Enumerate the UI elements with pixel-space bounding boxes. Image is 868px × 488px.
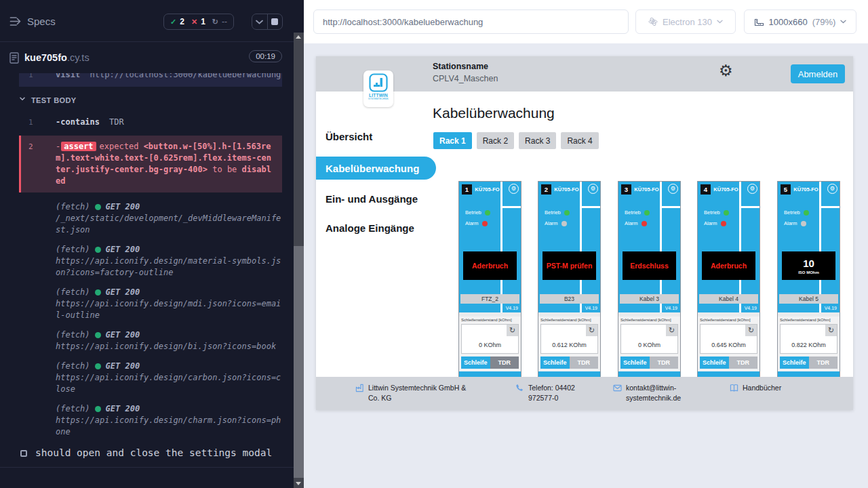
card-settings-gear-icon[interactable]: ⚙ (747, 184, 757, 194)
fetch-url: https://api.iconify.design/bi.json?icons… (56, 341, 282, 352)
tdr-button[interactable]: TDR (729, 357, 758, 369)
specs-label[interactable]: Specs (27, 16, 56, 27)
divider (739, 182, 741, 313)
card-settings-gear-icon[interactable]: ⚙ (509, 184, 519, 194)
resistance-value: 0.645 KOhm (701, 342, 757, 348)
schleife-button[interactable]: Schleife (540, 357, 570, 369)
visit-command-row[interactable]: 1visit http://localhost:3000/kabelueberw… (19, 73, 282, 87)
tab-rack-2[interactable]: Rack 2 (477, 132, 514, 149)
resistance-panel: Schleifenwiderstand [kOhm] ↻ 0.612 KOhm … (538, 317, 600, 371)
alarm-led-row: Alarm (784, 220, 806, 226)
stat-passed: ✓2 (170, 17, 184, 26)
status-display: 10 ISO MOhm (782, 251, 835, 280)
alarm-led (561, 221, 567, 226)
iso-value: 10 (803, 258, 814, 269)
resistance-label: Schleifenwiderstand [kOhm] (620, 318, 671, 322)
tdr-button[interactable]: TDR (570, 357, 599, 369)
schleife-button[interactable]: Schleife (780, 357, 809, 369)
card-settings-gear-icon[interactable]: ⚙ (588, 184, 598, 194)
fetch-url: /_next/static/development/_devMiddleware… (56, 213, 282, 236)
reporter-scrollbar[interactable] (294, 33, 304, 488)
resistance-panel: Schleifenwiderstand [kOhm] ↻ 0.645 KOhm … (698, 317, 760, 371)
logout-button[interactable]: Abmelden (791, 64, 845, 83)
dash: - (56, 142, 60, 151)
footer-company-text: Littwin Systemtechnik GmbH & Co. KG (368, 383, 472, 403)
status-text: Erdschluss (630, 262, 669, 270)
spec-file-row: kue705fo.cy.ts 00:19 (0, 52, 282, 72)
tdr-button[interactable]: TDR (490, 357, 519, 369)
resistance-panel: Schleifenwiderstand [kOhm] ↻ 0.822 KOhm … (778, 317, 840, 371)
schleife-button[interactable]: Schleife (620, 357, 650, 369)
schleife-button[interactable]: Schleife (700, 357, 729, 369)
refresh-icon[interactable]: ↻ (745, 325, 757, 336)
stage: http://localhost:3000/kabelueberwachung … (304, 0, 868, 488)
sidebar-item-ein-und-ausgaenge[interactable]: Ein- und Ausgänge (326, 193, 418, 205)
refresh-icon[interactable]: ↻ (586, 325, 597, 336)
specs-list-icon[interactable] (9, 16, 22, 26)
littwin-logo: LITTWIN SYSTEMTECHNIK (363, 70, 393, 107)
fetch-log-row: (fetch)GET 200 https://api.iconify.desig… (19, 244, 282, 279)
fetch-status: GET 200 (106, 244, 140, 256)
fetch-status: GET 200 (106, 329, 140, 341)
success-dot-icon (95, 289, 101, 296)
pending-count: -- (222, 17, 227, 26)
refresh-icon[interactable]: ↻ (507, 325, 518, 336)
tab-rack-1[interactable]: Rack 1 (433, 132, 472, 149)
divider (821, 206, 840, 208)
failed-count: 1 (201, 17, 205, 26)
device-card-3: 3 KÜ705-FO ⚙ Betrieb Alarm Erdschluss Ka… (618, 181, 681, 399)
tdr-button[interactable]: TDR (650, 357, 679, 369)
scroll-up-arrow-icon[interactable] (296, 35, 301, 39)
divider (580, 182, 582, 313)
viewport-select[interactable]: 1000x660 (79%) (744, 9, 856, 34)
contains-arg: TDR (109, 117, 124, 127)
url-input[interactable]: http://localhost:3000/kabelueberwachung (313, 9, 629, 34)
footer-manuals[interactable]: Handbücher (730, 383, 781, 393)
card-settings-gear-icon[interactable]: ⚙ (668, 184, 678, 194)
card-buttons: Schleife TDR (620, 357, 678, 369)
refresh-icon[interactable]: ↻ (666, 325, 677, 336)
card-buttons: Schleife TDR (540, 357, 598, 369)
spec-file-name[interactable]: kue705fo.cy.ts (24, 52, 90, 63)
failed-assert-row[interactable]: 2-assertexpected <button.w-[50%].h-[1.56… (19, 136, 282, 192)
status-text: Aderbruch (711, 262, 747, 270)
pending-test-icon (20, 450, 27, 457)
refresh-icon[interactable]: ↻ (825, 325, 837, 336)
scrollbar-thumb[interactable] (294, 246, 304, 478)
sidebar-item-kabelueberwachung[interactable]: Kabelüberwachung (316, 157, 436, 180)
contains-command-row[interactable]: 1-containsTDR (19, 113, 282, 131)
scroll-down-arrow-icon[interactable] (296, 482, 301, 485)
test-body-section[interactable]: TEST BODY (19, 95, 282, 106)
sidebar-item-analoge-eingaenge[interactable]: Analoge Eingänge (326, 222, 414, 234)
stop-button[interactable] (268, 14, 283, 29)
card-buttons: Schleife TDR (461, 357, 519, 369)
pending-test-row[interactable]: should open and close the settings modal (20, 447, 282, 459)
browser-select[interactable]: Electron 130 (635, 9, 736, 34)
fetch-status: GET 200 (106, 403, 140, 415)
status-display: Erdschluss (623, 251, 676, 280)
assert-badge: assert (61, 142, 96, 151)
tab-rack-3[interactable]: Rack 3 (519, 132, 556, 149)
status-text: PST-M prüfen (547, 262, 593, 270)
resistance-box: ↻ 0.645 KOhm (700, 324, 757, 354)
tdr-button[interactable]: TDR (809, 357, 838, 369)
collapse-button[interactable] (252, 14, 268, 29)
sidebar-item-uebersicht[interactable]: Übersicht (326, 131, 372, 142)
visit-url: http://localhost:3000/kabelueberwachung (90, 73, 281, 79)
fetch-url: https://api.iconify.design/carbon.json?i… (56, 372, 282, 395)
alarm-led-row: Alarm (704, 220, 726, 226)
tab-rack-4[interactable]: Rack 4 (561, 132, 598, 149)
slot-number-badge: 4 (701, 184, 711, 195)
stop-icon (271, 18, 278, 25)
schleife-button[interactable]: Schleife (461, 357, 490, 369)
card-settings-gear-icon[interactable]: ⚙ (827, 184, 837, 194)
station-value: CPLV4_Maschen (433, 74, 498, 83)
ruler-icon (754, 17, 764, 26)
logo-text: LITTWIN (369, 93, 388, 98)
settings-gear-icon[interactable]: ⚙ (719, 63, 733, 79)
resistance-value: 0 KOhm (621, 342, 677, 348)
cross-icon: ✕ (191, 18, 197, 26)
check-icon: ✓ (170, 18, 176, 26)
footer-manuals-text: Handbücher (743, 383, 781, 393)
betrieb-led-row: Betrieb (704, 209, 729, 216)
